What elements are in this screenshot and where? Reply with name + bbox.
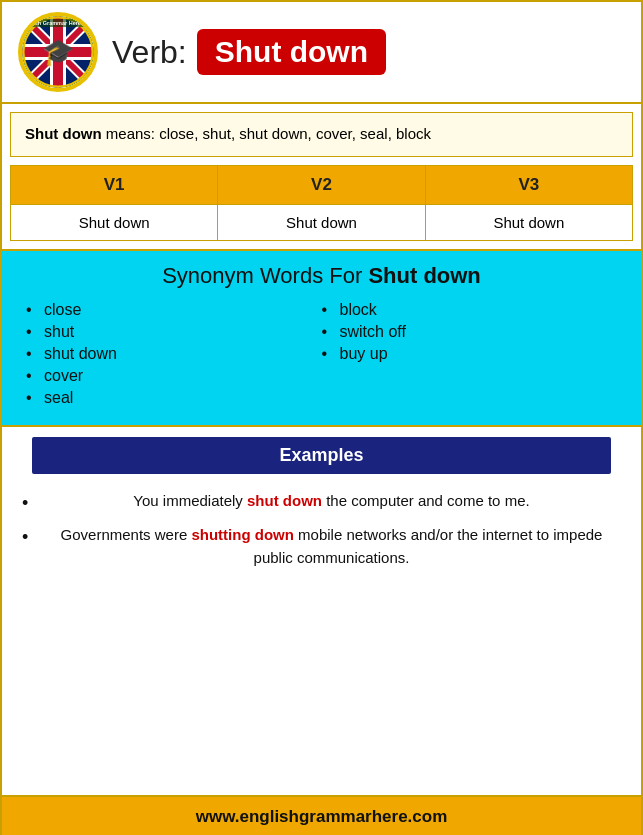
- logo-text-top: English Grammar Here.Com: [22, 19, 94, 27]
- footer-url: www.englishgrammarhere.com: [196, 807, 448, 826]
- synonym-item: seal: [26, 387, 322, 409]
- table-header-v2: V2: [218, 165, 425, 204]
- synonym-item: switch off: [322, 321, 618, 343]
- table-cell-v1: Shut down: [11, 204, 218, 240]
- logo-inner: 🎓 English Grammar Here.Com: [22, 16, 94, 88]
- page-wrapper: 🎓 English Grammar Here.Com Verb: Shut do…: [2, 2, 641, 835]
- examples-list: You immediately shut down the computer a…: [2, 474, 641, 586]
- synonym-title-bold: Shut down: [368, 263, 480, 288]
- example-2-highlight: shutting down: [191, 526, 293, 543]
- synonym-columns: close shut shut down cover seal block sw…: [26, 299, 617, 409]
- content-area: Shut down means: close, shut, shut down,…: [2, 104, 641, 795]
- header-title: Verb: Shut down: [98, 29, 625, 75]
- verb-highlight: Shut down: [197, 29, 386, 75]
- examples-header: Examples: [32, 437, 611, 474]
- synonym-item: shut down: [26, 343, 322, 365]
- logo-circle: 🎓 English Grammar Here.Com: [18, 12, 98, 92]
- example-item-2: Governments were shutting down mobile ne…: [22, 518, 621, 575]
- synonym-col-2: block switch off buy up: [322, 299, 618, 409]
- logo-hat-icon: 🎓: [42, 37, 74, 68]
- synonym-col-1: close shut shut down cover seal: [26, 299, 322, 409]
- synonym-title: Synonym Words For Shut down: [26, 263, 617, 289]
- footer: www.englishgrammarhere.com: [2, 795, 641, 835]
- means-bold: Shut down: [25, 125, 102, 142]
- synonym-item: close: [26, 299, 322, 321]
- example-2-after: mobile networks and/or the internet to i…: [254, 526, 603, 566]
- table-row: Shut down Shut down Shut down: [11, 204, 633, 240]
- means-text: means: close, shut, shut down, cover, se…: [102, 125, 431, 142]
- synonym-item: buy up: [322, 343, 618, 365]
- example-1-highlight: shut down: [247, 492, 322, 509]
- example-1-before: You immediately: [133, 492, 247, 509]
- synonym-section: Synonym Words For Shut down close shut s…: [2, 249, 641, 427]
- synonym-item: cover: [26, 365, 322, 387]
- table-header-v3: V3: [425, 165, 632, 204]
- header: 🎓 English Grammar Here.Com Verb: Shut do…: [2, 2, 641, 104]
- means-section: Shut down means: close, shut, shut down,…: [10, 112, 633, 157]
- table-cell-v2: Shut down: [218, 204, 425, 240]
- table-cell-v3: Shut down: [425, 204, 632, 240]
- synonym-item: block: [322, 299, 618, 321]
- example-1-after: the computer and come to me.: [322, 492, 530, 509]
- example-item-1: You immediately shut down the computer a…: [22, 484, 621, 519]
- synonym-title-normal: Synonym Words For: [162, 263, 368, 288]
- example-2-before: Governments were: [61, 526, 192, 543]
- synonym-item: shut: [26, 321, 322, 343]
- verb-label: Verb:: [112, 34, 187, 71]
- verb-table: V1 V2 V3 Shut down Shut down Shut down: [10, 165, 633, 241]
- table-header-v1: V1: [11, 165, 218, 204]
